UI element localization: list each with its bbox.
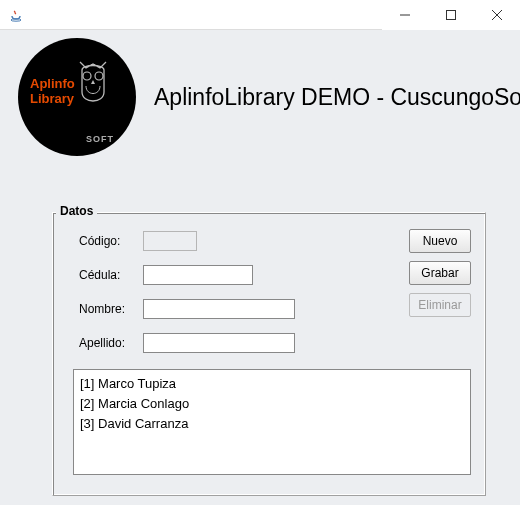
svg-point-5: [83, 72, 91, 80]
group-label: Datos: [56, 204, 97, 218]
logo-line2: Library: [30, 91, 74, 106]
records-listbox[interactable]: [1] Marco Tupiza [2] Marcia Conlago [3] …: [73, 369, 471, 475]
input-nombre[interactable]: [143, 299, 295, 319]
list-item[interactable]: [1] Marco Tupiza: [80, 374, 464, 394]
label-cedula: Cédula:: [79, 268, 143, 282]
header: Aplinfo Library SOFT AplinfoLibrary DEMO…: [0, 30, 520, 160]
java-icon: [8, 7, 24, 23]
grabar-button[interactable]: Grabar: [409, 261, 471, 285]
close-button[interactable]: [474, 0, 520, 30]
row-cedula: Cédula:: [79, 265, 253, 285]
titlebar-left: [8, 7, 30, 23]
logo: Aplinfo Library SOFT: [18, 38, 136, 156]
list-item[interactable]: [3] David Carranza: [80, 414, 464, 434]
label-nombre: Nombre:: [79, 302, 143, 316]
list-item[interactable]: [2] Marcia Conlago: [80, 394, 464, 414]
label-codigo: Código:: [79, 234, 143, 248]
label-apellido: Apellido:: [79, 336, 143, 350]
app-title: AplinfoLibrary DEMO - CuscungoSoft: [154, 84, 520, 111]
row-apellido: Apellido:: [79, 333, 295, 353]
window-controls: [382, 0, 520, 29]
input-apellido[interactable]: [143, 333, 295, 353]
minimize-button[interactable]: [382, 0, 428, 30]
row-nombre: Nombre:: [79, 299, 295, 319]
owl-icon: [70, 56, 116, 116]
svg-point-6: [95, 72, 103, 80]
logo-brand: SOFT: [86, 134, 114, 144]
maximize-button[interactable]: [428, 0, 474, 30]
datos-group: Datos Código: Cédula: Nombre: Apellido: …: [52, 210, 486, 500]
input-codigo: [143, 231, 197, 251]
svg-point-0: [11, 18, 21, 20]
client-area: Aplinfo Library SOFT AplinfoLibrary DEMO…: [0, 30, 520, 505]
eliminar-button: Eliminar: [409, 293, 471, 317]
input-cedula[interactable]: [143, 265, 253, 285]
titlebar: [0, 0, 520, 30]
svg-rect-2: [447, 11, 456, 20]
group-box: Código: Cédula: Nombre: Apellido: Nuevo …: [52, 212, 486, 496]
logo-line1: Aplinfo: [30, 76, 75, 91]
row-codigo: Código:: [79, 231, 197, 251]
nuevo-button[interactable]: Nuevo: [409, 229, 471, 253]
